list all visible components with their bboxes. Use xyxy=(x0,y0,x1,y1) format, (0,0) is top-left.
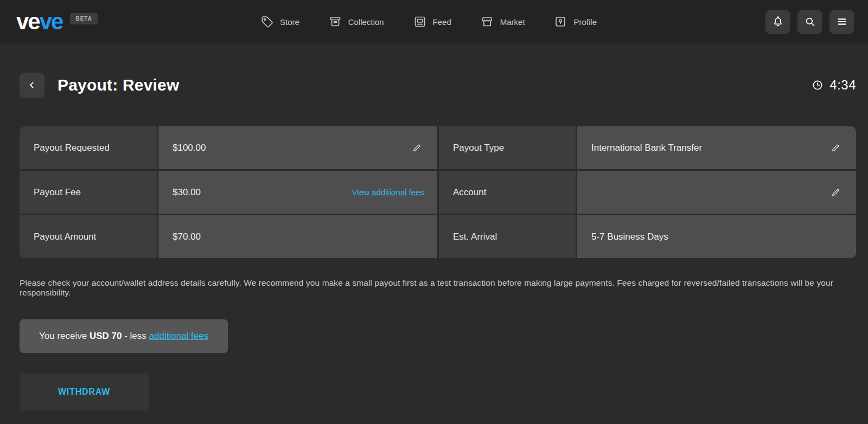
payout-fee-value: $30.00 xyxy=(173,187,201,198)
receive-summary: You receive USD 70 - less additional fee… xyxy=(20,319,228,353)
payout-review-page: Payout: Review 4:34 Payout Requested $10… xyxy=(0,73,868,410)
back-button[interactable] xyxy=(20,73,44,98)
withdraw-button[interactable]: WITHDRAW xyxy=(20,374,149,410)
est-arrival-value-cell: 5-7 Business Days xyxy=(577,215,856,258)
timer-value: 4:34 xyxy=(829,78,856,93)
receive-infix: - less xyxy=(122,331,149,342)
payout-type-value-cell: International Bank Transfer xyxy=(577,126,856,169)
nav-item-feed[interactable]: Feed xyxy=(413,15,451,28)
edit-account-button[interactable] xyxy=(828,185,843,200)
payout-type-value: International Bank Transfer xyxy=(591,143,702,153)
nav-item-label: Market xyxy=(500,17,525,27)
payout-amount-value-cell: $70.00 xyxy=(158,215,437,258)
est-arrival-label: Est. Arrival xyxy=(439,215,576,258)
payout-requested-label: Payout Requested xyxy=(20,126,157,169)
nav-item-profile[interactable]: Profile xyxy=(554,15,597,28)
nav-item-label: Collection xyxy=(348,17,384,27)
view-additional-fees-link[interactable]: View additional fees xyxy=(352,188,424,197)
veve-logo: ve ve xyxy=(16,10,62,33)
profile-pin-icon xyxy=(554,15,567,28)
nav-item-label: Profile xyxy=(573,17,597,27)
receive-prefix: You receive xyxy=(39,331,90,342)
account-value-cell xyxy=(577,171,856,214)
receive-amount: USD 70 xyxy=(90,331,122,342)
search-icon xyxy=(804,16,816,28)
payout-fee-label: Payout Fee xyxy=(20,171,157,214)
payout-requested-value-cell: $100.00 xyxy=(158,126,437,169)
nav-item-collection[interactable]: Collection xyxy=(329,15,384,28)
pencil-icon xyxy=(830,143,841,153)
nav-item-label: Feed xyxy=(433,17,451,27)
logo-text-blue: ve xyxy=(40,10,63,33)
payout-fee-value-cell: $30.00 View additional fees xyxy=(158,171,437,214)
search-button[interactable] xyxy=(797,10,822,34)
est-arrival-value: 5-7 Business Days xyxy=(591,232,668,242)
clock-icon xyxy=(812,79,824,91)
payout-disclaimer: Please check your account/wallet address… xyxy=(20,278,856,298)
payout-requested-value: $100.00 xyxy=(173,143,206,153)
session-timer: 4:34 xyxy=(812,78,856,93)
collection-box-icon xyxy=(329,15,342,28)
edit-payout-requested-button[interactable] xyxy=(409,140,424,156)
top-navbar: ve ve BETA Store Collection Feed Market … xyxy=(0,0,868,43)
page-header: Payout: Review 4:34 xyxy=(20,73,856,98)
feed-news-icon xyxy=(413,15,426,28)
chevron-left-icon xyxy=(27,80,37,91)
page-title: Payout: Review xyxy=(58,76,180,94)
payout-amount-label: Payout Amount xyxy=(20,215,157,258)
logo-text-white: ve xyxy=(16,10,40,33)
navbar-actions xyxy=(765,10,854,34)
notifications-button[interactable] xyxy=(765,10,790,34)
account-label: Account xyxy=(439,171,576,214)
main-navigation: Store Collection Feed Market Profile xyxy=(260,0,597,43)
edit-payout-type-button[interactable] xyxy=(828,140,843,156)
payout-review-table: Payout Requested $100.00 Payout Type Int… xyxy=(20,126,856,258)
pencil-icon xyxy=(830,187,841,198)
payout-type-label: Payout Type xyxy=(439,126,576,169)
payout-amount-value: $70.00 xyxy=(173,232,201,242)
nav-item-market[interactable]: Market xyxy=(481,15,525,28)
menu-button[interactable] xyxy=(829,10,854,34)
store-tag-icon xyxy=(260,15,273,28)
market-storefront-icon xyxy=(481,15,494,28)
brand[interactable]: ve ve BETA xyxy=(16,10,98,33)
pencil-icon xyxy=(411,143,422,153)
nav-item-label: Store xyxy=(280,17,299,27)
beta-badge: BETA xyxy=(70,13,97,24)
bell-icon xyxy=(772,16,784,28)
hamburger-menu-icon xyxy=(836,16,848,28)
nav-item-store[interactable]: Store xyxy=(260,15,299,28)
additional-fees-link[interactable]: additional fees xyxy=(149,331,209,342)
